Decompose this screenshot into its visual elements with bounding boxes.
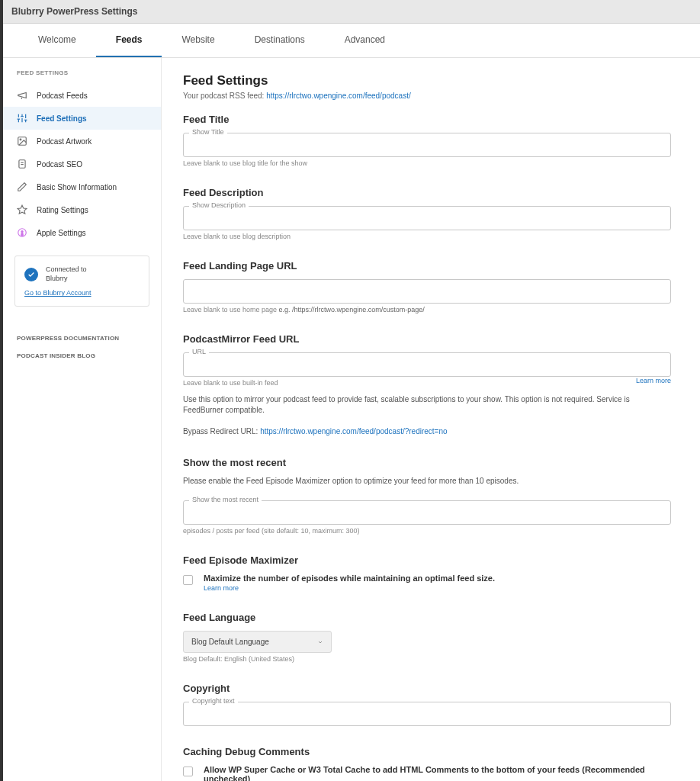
tab-feeds[interactable]: Feeds bbox=[96, 24, 162, 57]
maximizer-label: Maximize the number of episodes while ma… bbox=[204, 574, 495, 583]
tab-welcome[interactable]: Welcome bbox=[18, 24, 96, 57]
recent-input[interactable] bbox=[183, 500, 671, 525]
section-show-recent: Show the most recent bbox=[183, 457, 671, 468]
show-description-input[interactable] bbox=[183, 206, 671, 230]
recent-field-label: Show the most recent bbox=[189, 496, 262, 503]
sidebar-item-feed-settings[interactable]: Feed Settings bbox=[3, 107, 161, 130]
mirror-url-input[interactable] bbox=[183, 352, 671, 377]
chevron-down-icon bbox=[317, 639, 323, 645]
blubrry-status-box: Connected to Blubrry Go to Blubrry Accou… bbox=[14, 256, 149, 307]
copyright-label: Copyright text bbox=[189, 697, 238, 705]
clipboard-icon bbox=[17, 159, 27, 169]
bypass-redirect-link[interactable]: https://rlrctwo.wpengine.com/feed/podcas… bbox=[260, 427, 447, 435]
tab-bar: Welcome Feeds Website Destinations Advan… bbox=[3, 24, 700, 58]
sidebar-heading: FEED SETTINGS bbox=[3, 69, 161, 84]
sidebar-item-podcast-seo[interactable]: Podcast SEO bbox=[3, 153, 161, 175]
svg-point-16 bbox=[21, 231, 23, 233]
caching-checkbox[interactable] bbox=[183, 767, 193, 776]
caching-label: Allow WP Super Cache or W3 Total Cache t… bbox=[204, 765, 671, 781]
bypass-redirect-line: Bypass Redirect URL: https://rlrctwo.wpe… bbox=[183, 426, 671, 437]
copyright-input[interactable] bbox=[183, 702, 671, 726]
landing-url-input[interactable] bbox=[183, 279, 671, 304]
section-copyright: Copyright bbox=[183, 683, 671, 694]
section-mirror-url: PodcastMirror Feed URL bbox=[183, 333, 671, 345]
podcast-icon bbox=[17, 227, 27, 238]
language-select[interactable]: Blog Default Language bbox=[183, 631, 332, 653]
tab-advanced[interactable]: Advanced bbox=[325, 24, 405, 57]
section-maximizer: Feed Episode Maximizer bbox=[183, 554, 671, 566]
rss-feed-line: Your podcast RSS feed: https://rlrctwo.w… bbox=[183, 92, 671, 100]
show-title-label: Show Title bbox=[189, 128, 227, 136]
svg-marker-14 bbox=[18, 205, 27, 214]
svg-point-10 bbox=[20, 139, 21, 140]
sidebar-item-rating-settings[interactable]: Rating Settings bbox=[3, 198, 161, 221]
language-help: Blog Default: English (United States) bbox=[183, 655, 671, 663]
show-description-label: Show Description bbox=[189, 201, 249, 209]
rss-feed-link[interactable]: https://rlrctwo.wpengine.com/feed/podcas… bbox=[266, 92, 411, 100]
landing-url-help: Leave blank to use home page e.g. /https… bbox=[183, 306, 671, 313]
section-landing-url: Feed Landing Page URL bbox=[183, 260, 671, 272]
check-circle-icon bbox=[24, 268, 38, 281]
header-bar: Blubrry PowerPress Settings bbox=[0, 0, 700, 24]
link-podcast-insider-blog[interactable]: PODCAST INSIDER BLOG bbox=[3, 349, 161, 362]
show-title-input[interactable] bbox=[183, 133, 671, 157]
section-feed-title: Feed Title bbox=[183, 114, 671, 125]
section-caching: Caching Debug Comments bbox=[183, 746, 671, 757]
star-icon bbox=[17, 204, 27, 215]
megaphone-icon bbox=[17, 90, 27, 101]
page-header-title: Blubrry PowerPress Settings bbox=[11, 6, 689, 17]
blubrry-account-link[interactable]: Go to Blubrry Account bbox=[24, 289, 140, 297]
link-powerpress-docs[interactable]: POWERPRESS DOCUMENTATION bbox=[3, 332, 161, 345]
sidebar-item-apple-settings[interactable]: Apple Settings bbox=[3, 221, 161, 244]
show-description-help: Leave blank to use blog description bbox=[183, 233, 671, 240]
sidebar: FEED SETTINGS Podcast Feeds Feed Setting… bbox=[3, 58, 162, 781]
mirror-url-help: Leave blank to use built-in feed bbox=[183, 379, 278, 387]
section-feed-description: Feed Description bbox=[183, 187, 671, 198]
tab-website[interactable]: Website bbox=[162, 24, 234, 57]
sidebar-item-podcast-feeds[interactable]: Podcast Feeds bbox=[3, 84, 161, 107]
show-title-help: Leave blank to use blog title for the sh… bbox=[183, 159, 671, 167]
mirror-url-label: URL bbox=[189, 348, 209, 355]
recent-description: Please enable the Feed Episode Maximizer… bbox=[183, 476, 671, 487]
sidebar-item-basic-show-info[interactable]: Basic Show Information bbox=[3, 175, 161, 198]
sidebar-item-podcast-artwork[interactable]: Podcast Artwork bbox=[3, 130, 161, 153]
main-content: Feed Settings Your podcast RSS feed: htt… bbox=[162, 58, 700, 781]
maximizer-checkbox[interactable] bbox=[183, 575, 193, 585]
pencil-icon bbox=[17, 182, 27, 192]
mirror-learn-more-link[interactable]: Learn more bbox=[636, 377, 671, 384]
maximizer-learn-more-link[interactable]: Learn more bbox=[204, 584, 495, 592]
mirror-description: Use this option to mirror your podcast f… bbox=[183, 394, 671, 416]
recent-help: episodes / posts per feed (site default:… bbox=[183, 527, 671, 535]
tab-destinations[interactable]: Destinations bbox=[235, 24, 325, 57]
page-title: Feed Settings bbox=[183, 73, 671, 88]
section-language: Feed Language bbox=[183, 612, 671, 623]
image-icon bbox=[17, 136, 27, 146]
sliders-icon bbox=[17, 113, 27, 124]
